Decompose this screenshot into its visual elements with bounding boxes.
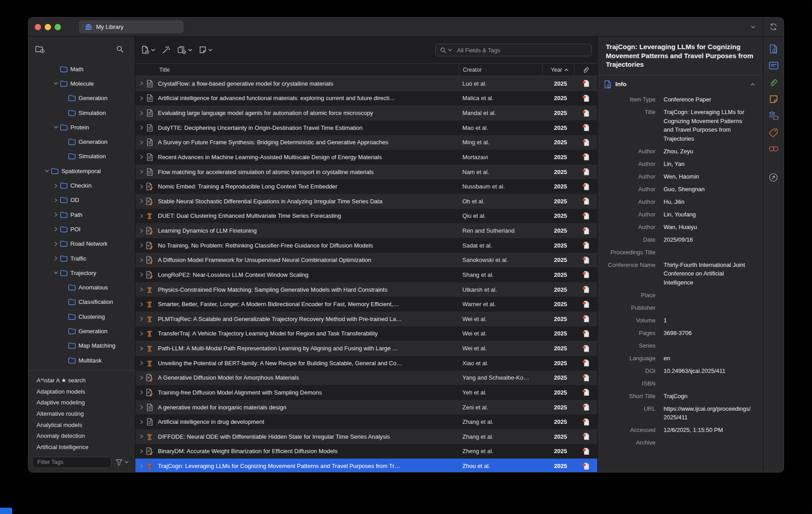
row-expand-chevron-right-icon[interactable] (138, 390, 145, 395)
sidebar-collection-classification[interactable]: Classification (28, 295, 135, 309)
tag-item[interactable]: Adaptation models (37, 386, 135, 398)
info-field-value[interactable]: 3698-3706 (664, 329, 752, 338)
row-expand-chevron-right-icon[interactable] (138, 125, 145, 130)
row-expand-chevron-right-icon[interactable] (138, 229, 145, 233)
pdf-attachment-icon[interactable] (582, 330, 589, 337)
row-expand-chevron-right-icon[interactable] (138, 184, 145, 189)
library-tab[interactable]: My Library (79, 20, 184, 33)
info-field-value[interactable] (664, 248, 752, 257)
info-field-value[interactable]: https://www.ijcai.org/proceedings/2025/4… (664, 404, 752, 422)
info-field-value[interactable]: 2025/09/16 (664, 235, 752, 244)
tabs-menu-chevron-down-icon[interactable] (744, 26, 762, 28)
table-row[interactable]: A Diffusion Model Framework for Unsuperv… (135, 253, 597, 268)
info-field-value[interactable]: 1 (664, 316, 752, 325)
pdf-attachment-icon[interactable] (582, 271, 589, 278)
collection-chevron-right-icon[interactable] (53, 242, 59, 246)
sidebar-collection-map-matching[interactable]: Map Matching (28, 339, 135, 353)
table-row[interactable]: Recent Advances in Machine Learning-Assi… (135, 150, 597, 165)
tag-item[interactable]: Analytical models (37, 420, 135, 431)
row-expand-chevron-right-icon[interactable] (138, 434, 145, 439)
info-field-value[interactable]: Hu, Jilin (664, 197, 752, 207)
pdf-attachment-icon[interactable] (582, 124, 589, 131)
table-row[interactable]: A Survey on Future Frame Synthesis: Brid… (135, 135, 597, 150)
abstract-icon[interactable] (769, 61, 779, 70)
filter-funnel-icon[interactable] (115, 459, 123, 466)
tag-item[interactable]: Anomaly detection (37, 431, 135, 442)
row-expand-chevron-right-icon[interactable] (138, 199, 145, 203)
row-expand-chevron-right-icon[interactable] (138, 155, 145, 159)
row-expand-chevron-right-icon[interactable] (138, 258, 145, 262)
info-section-header[interactable]: Info (598, 75, 763, 91)
pdf-attachment-icon[interactable] (582, 433, 589, 440)
collection-chevron-right-icon[interactable] (53, 256, 59, 261)
info-field-value[interactable]: Wen, Haomin (664, 172, 752, 181)
sidebar-collection-simulation[interactable]: Simulation (28, 106, 135, 120)
info-field-value[interactable] (664, 379, 752, 388)
table-row[interactable]: TrajCogn: Leveraging LLMs for Cognizing … (135, 459, 597, 472)
table-row[interactable]: DIFFODE: Neural ODE with Differentiable … (135, 429, 597, 444)
info-field-value[interactable]: Zhou, Zeyu (664, 147, 752, 156)
sidebar-collection-protein[interactable]: Protein (28, 120, 135, 134)
tag-item[interactable]: Alternative routing (37, 408, 135, 420)
table-row[interactable]: No Training, No Problem: Rethinking Clas… (135, 238, 597, 253)
table-row[interactable]: A Generative Diffusion Model for Amorpho… (135, 371, 597, 386)
info-field-value[interactable]: Conference Paper (664, 95, 752, 104)
row-expand-chevron-right-icon[interactable] (138, 214, 145, 218)
info-field-value[interactable]: 12/6/2025, 1:15:50 PM (664, 426, 752, 435)
pdf-attachment-icon[interactable] (582, 242, 589, 249)
tags-icon[interactable] (769, 128, 778, 138)
row-expand-chevron-right-icon[interactable] (138, 302, 145, 307)
pdf-attachment-icon[interactable] (582, 374, 589, 381)
info-field-value[interactable]: en (664, 354, 752, 363)
info-field-value[interactable]: Thirty-Fourth International Joint Confer… (664, 261, 752, 287)
table-row[interactable]: Artificial intelligence for advanced fun… (135, 91, 597, 106)
tag-item[interactable]: Artificial Intelligence (37, 442, 135, 453)
table-row[interactable]: Stable Neural Stochastic Differential Eq… (135, 194, 597, 209)
pdf-attachment-icon[interactable] (582, 463, 589, 470)
pdf-attachment-icon[interactable] (582, 448, 589, 455)
table-row[interactable]: PLMTrajRec: A Scalable and Generalizable… (135, 312, 597, 326)
pdf-attachment-icon[interactable] (582, 139, 589, 146)
info-field-value[interactable]: TrajCogn (664, 392, 752, 401)
notes-icon[interactable] (769, 95, 778, 104)
related-icon[interactable] (769, 145, 779, 152)
row-expand-chevron-right-icon[interactable] (138, 81, 145, 86)
sidebar-collection-clustering[interactable]: Clustering (28, 309, 135, 324)
info-field-value[interactable] (664, 291, 752, 300)
filter-chevron-down-icon[interactable] (125, 461, 129, 464)
sidebar-collection-traffic[interactable]: Traffic (28, 251, 135, 266)
minimize-window-button[interactable] (45, 24, 51, 30)
tag-item[interactable]: Adaptive modeling (37, 397, 135, 408)
table-row[interactable]: DutyTTE: Deciphering Uncertainty in Orig… (135, 120, 597, 135)
pdf-attachment-icon[interactable] (582, 418, 589, 426)
table-row[interactable]: Unveiling the Potential of BERT-family: … (135, 356, 597, 371)
new-collection-button[interactable] (35, 46, 45, 53)
tag-filter-field[interactable] (32, 457, 111, 468)
row-expand-chevron-right-icon[interactable] (138, 272, 145, 277)
pdf-attachment-icon[interactable] (582, 227, 589, 234)
search-scope-chevron-down-icon[interactable] (448, 49, 452, 51)
sidebar-collection-path[interactable]: Path (28, 207, 135, 222)
sidebar-collection-anomalous[interactable]: Anomalous (28, 280, 135, 294)
collection-chevron-right-icon[interactable] (53, 227, 59, 231)
row-expand-chevron-right-icon[interactable] (138, 287, 145, 292)
row-expand-chevron-right-icon[interactable] (138, 464, 145, 468)
search-input[interactable] (456, 46, 587, 54)
pdf-attachment-icon[interactable] (582, 301, 589, 308)
pdf-attachment-icon[interactable] (582, 110, 589, 117)
row-expand-chevron-right-icon[interactable] (138, 317, 145, 321)
row-expand-chevron-right-icon[interactable] (138, 420, 145, 424)
attachments-icon[interactable] (769, 78, 778, 87)
table-row[interactable]: Artificial intelligence in drug developm… (135, 414, 597, 429)
row-expand-chevron-right-icon[interactable] (138, 361, 145, 365)
sidebar-collection-generation[interactable]: Generation (28, 134, 135, 149)
collection-chevron-down-icon[interactable] (53, 271, 59, 275)
pdf-attachment-icon[interactable] (582, 183, 589, 190)
table-row[interactable]: CrystalFlow: a flow-based generative mod… (135, 76, 597, 91)
info-field-value[interactable] (664, 303, 752, 312)
row-expand-chevron-right-icon[interactable] (138, 96, 145, 101)
libraries-collections-icon[interactable] (769, 111, 779, 120)
collection-chevron-down-icon[interactable] (53, 125, 59, 129)
collection-chevron-right-icon[interactable] (53, 198, 59, 202)
info-icon[interactable] (769, 44, 778, 54)
